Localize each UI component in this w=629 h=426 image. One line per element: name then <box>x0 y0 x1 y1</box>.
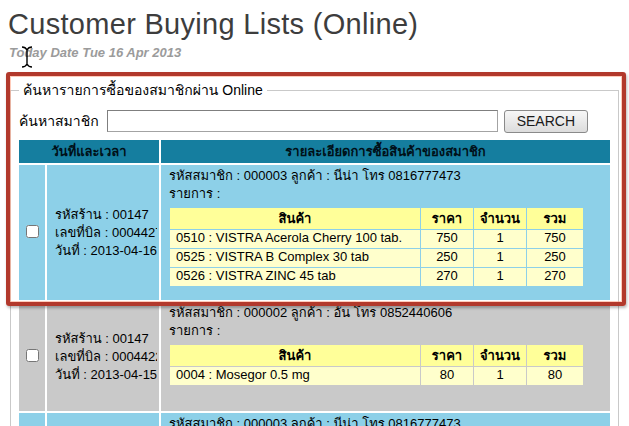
row2-select-checkbox[interactable] <box>26 349 39 362</box>
item-col-price: ราคา <box>421 208 473 229</box>
item-qty: 1 <box>474 230 526 248</box>
item-row: 0004 : Mosegor 0.5 mg 80 1 80 <box>170 367 583 385</box>
item-col-product: สินค้า <box>170 208 420 229</box>
row1-detail-cell: รหัสสมาชิก : 000003 ลูกค้า : นีน่า โทร 0… <box>161 165 610 300</box>
item-product: 0526 : VISTRA ZINC 45 tab <box>170 268 420 286</box>
row3-member-line: รหัสสมาชิก : 000003 ลูกค้า : นีน่า โทร 0… <box>169 415 604 426</box>
row1-bill-line: เลขที่บิล : 0004427 <box>55 224 157 242</box>
item-col-product: สินค้า <box>170 345 420 366</box>
member-row-partial: รหัสสมาชิก : 000003 ลูกค้า : นีน่า โทร 0… <box>19 413 610 426</box>
search-input[interactable] <box>107 110 498 132</box>
item-col-total: รวม <box>527 345 583 366</box>
col-header-details: รายละเอียดการซื้อสินค้าของสมาชิก <box>161 140 610 163</box>
row1-store-line: รหัสร้าน : 00147 <box>55 206 157 224</box>
row2-member-line: รหัสสมาชิก : 000002 ลูกค้า : อั้น โทร 08… <box>169 304 604 322</box>
search-panel: ค้นหารายการซื้อของสมาชิกผ่าน Online ค้นห… <box>10 81 619 426</box>
row2-detail-cell: รหัสสมาชิก : 000002 ลูกค้า : อั้น โทร 08… <box>161 302 610 411</box>
results-table: วันที่และเวลา รายละเอียดการซื้อสินค้าของ… <box>17 138 612 426</box>
row2-items-label: รายการ : <box>169 322 604 340</box>
search-row: ค้นหาสมาชิก SEARCH <box>19 109 612 133</box>
search-panel-legend: ค้นหารายการซื้อของสมาชิกผ่าน Online <box>19 81 267 99</box>
item-col-qty: จำนวน <box>474 208 526 229</box>
item-price: 250 <box>421 249 473 267</box>
item-total: 750 <box>527 230 583 248</box>
row2-items-header: สินค้า ราคา จำนวน รวม <box>170 345 583 366</box>
item-product: 0525 : VISTRA B Complex 30 tab <box>170 249 420 267</box>
row1-bill-info: รหัสร้าน : 00147 เลขที่บิล : 0004427 วัน… <box>47 165 159 300</box>
row3-checkbox-cell <box>19 413 45 426</box>
item-col-price: ราคา <box>421 345 473 366</box>
row3-detail-cell: รหัสสมาชิก : 000003 ลูกค้า : นีน่า โทร 0… <box>161 413 610 426</box>
row2-bill-info: รหัสร้าน : 00147 เลขที่บิล : 0004422 วัน… <box>47 302 159 411</box>
member-row-0004422: รหัสร้าน : 00147 เลขที่บิล : 0004422 วัน… <box>19 302 610 411</box>
item-row: 0510 : VISTRA Acerola Cherry 100 tab. 75… <box>170 230 583 248</box>
item-price: 270 <box>421 268 473 286</box>
item-total: 80 <box>527 367 583 385</box>
item-price: 80 <box>421 367 473 385</box>
results-header-row: วันที่และเวลา รายละเอียดการซื้อสินค้าของ… <box>19 140 610 163</box>
item-total: 250 <box>527 249 583 267</box>
item-qty: 1 <box>474 249 526 267</box>
row1-items-label: รายการ : <box>169 185 604 203</box>
item-col-total: รวม <box>527 208 583 229</box>
row2-date-line: วันที่ : 2013-04-15 <box>55 366 157 384</box>
search-label: ค้นหาสมาชิก <box>19 110 99 132</box>
row1-items-header: สินค้า ราคา จำนวน รวม <box>170 208 583 229</box>
item-product: 0004 : Mosegor 0.5 mg <box>170 367 420 385</box>
row3-bill-info <box>47 413 159 426</box>
page: { "page": { "title": "Customer Buying Li… <box>0 0 629 426</box>
item-total: 270 <box>527 268 583 286</box>
item-product: 0510 : VISTRA Acerola Cherry 100 tab. <box>170 230 420 248</box>
row2-items-table: สินค้า ราคา จำนวน รวม 0004 : Mosegor 0.5… <box>169 344 584 386</box>
item-col-qty: จำนวน <box>474 345 526 366</box>
row2-store-line: รหัสร้าน : 00147 <box>55 330 157 348</box>
date-line: Today Date Tue 16 Apr 2013 <box>9 45 629 61</box>
row1-select-checkbox[interactable] <box>26 225 39 238</box>
row1-items-table: สินค้า ราคา จำนวน รวม 0510 : VISTRA Acer… <box>169 207 584 287</box>
row1-member-line: รหัสสมาชิก : 000003 ลูกค้า : นีน่า โทร 0… <box>169 167 604 185</box>
row1-checkbox-cell <box>19 165 45 300</box>
row2-checkbox-cell <box>19 302 45 411</box>
item-row: 0525 : VISTRA B Complex 30 tab 250 1 250 <box>170 249 583 267</box>
member-row-0004427: รหัสร้าน : 00147 เลขที่บิล : 0004427 วัน… <box>19 165 610 300</box>
search-button[interactable]: SEARCH <box>504 110 588 133</box>
item-price: 750 <box>421 230 473 248</box>
item-qty: 1 <box>474 367 526 385</box>
row2-bill-line: เลขที่บิล : 0004422 <box>55 348 157 366</box>
row1-date-line: วันที่ : 2013-04-16 <box>55 242 157 260</box>
page-title: Customer Buying Lists (Online) <box>8 8 629 41</box>
item-qty: 1 <box>474 268 526 286</box>
item-row: 0526 : VISTRA ZINC 45 tab 270 1 270 <box>170 268 583 286</box>
col-header-datetime: วันที่และเวลา <box>19 140 159 163</box>
